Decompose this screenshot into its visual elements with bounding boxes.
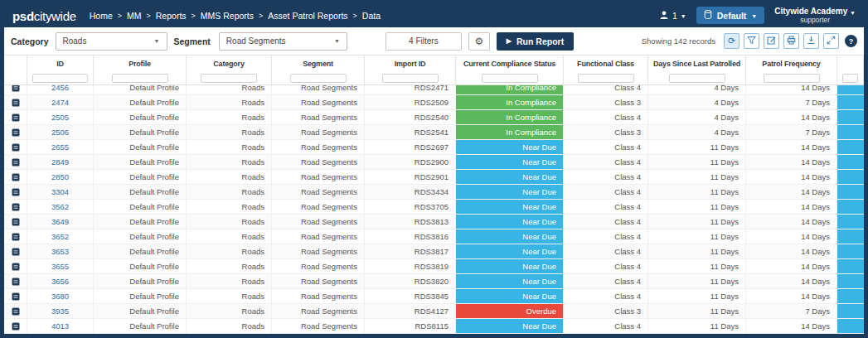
map-button[interactable] (837, 200, 864, 214)
run-report-button[interactable]: ▶ Run Report (497, 32, 574, 51)
breadcrumb-item[interactable]: MMS Reports (201, 11, 254, 21)
table-row[interactable]: 4013Default ProfileRoadsRoad SegmentsRDS… (4, 319, 864, 334)
map-button[interactable] (837, 95, 864, 109)
column-header-functional_class[interactable]: Functional Class (564, 56, 648, 72)
table-row[interactable]: 3304Default ProfileRoadsRoad SegmentsRDS… (4, 185, 864, 200)
column-header-segment[interactable]: Segment (272, 56, 365, 72)
category-select[interactable]: Roads ▼ (56, 32, 167, 51)
row-id-link[interactable]: 2850 (51, 172, 69, 181)
map-button[interactable] (837, 304, 864, 318)
table-row[interactable]: 2506Default ProfileRoadsRoad SegmentsRDS… (4, 125, 864, 140)
table-row[interactable]: 3649Default ProfileRoadsRoad SegmentsRDS… (4, 215, 864, 229)
table-row[interactable]: 3653Default ProfileRoadsRoad SegmentsRDS… (4, 244, 864, 259)
table-body[interactable]: 2456Default ProfileRoadsRoad SegmentsRDS… (4, 85, 864, 334)
breadcrumb-item[interactable]: Asset Patrol Reports (268, 11, 347, 21)
map-button[interactable] (837, 259, 864, 273)
cell-category: Roads (187, 155, 272, 169)
map-button[interactable] (837, 85, 864, 94)
column-header-import_id[interactable]: Import ID (365, 56, 456, 72)
table-row[interactable]: 2850Default ProfileRoadsRoad SegmentsRDS… (4, 170, 864, 185)
map-button[interactable] (837, 289, 864, 303)
row-id-link[interactable]: 2505 (51, 113, 69, 122)
table-row[interactable]: 3935Default ProfileRoadsRoad SegmentsRDS… (4, 304, 864, 319)
app-logo[interactable]: psdcitywide (12, 9, 76, 23)
cell-functional-class: Class 4 (564, 319, 648, 333)
table-row[interactable]: 2474Default ProfileRoadsRoad SegmentsRDS… (4, 95, 864, 110)
map-button[interactable] (837, 319, 864, 333)
account-menu[interactable]: Citywide Academy ▼ supporter (774, 7, 856, 24)
row-id-link[interactable]: 3562 (51, 202, 69, 211)
asset-icon (12, 173, 20, 181)
row-id-link[interactable]: 4013 (51, 321, 69, 331)
table-row[interactable]: 3562Default ProfileRoadsRoad SegmentsRDS… (4, 200, 864, 215)
edit-columns-button[interactable] (764, 33, 779, 49)
row-id-link[interactable]: 2655 (51, 142, 69, 152)
row-id-link[interactable]: 3649 (51, 217, 69, 226)
filter-input-functional_class[interactable] (578, 74, 634, 83)
table-row[interactable]: 2655Default ProfileRoadsRoad SegmentsRDS… (4, 140, 864, 155)
column-header-frequency[interactable]: Patrol Frequency (746, 56, 837, 72)
print-button[interactable] (783, 33, 799, 49)
map-button[interactable] (837, 125, 864, 139)
table-row[interactable]: 2505Default ProfileRoadsRoad SegmentsRDS… (4, 110, 864, 125)
row-id-link[interactable]: 2849 (51, 157, 69, 167)
filter-input-frequency[interactable] (764, 74, 820, 83)
map-button[interactable] (837, 244, 864, 258)
column-header-profile[interactable]: Profile (94, 56, 187, 72)
map-button[interactable] (837, 110, 864, 124)
row-id-link[interactable]: 2506 (51, 128, 69, 137)
breadcrumb-item[interactable]: Data (362, 11, 381, 21)
filter-input-category[interactable] (201, 74, 257, 83)
row-id-link[interactable]: 2456 (51, 85, 69, 92)
table-row[interactable]: 2456Default ProfileRoadsRoad SegmentsRDS… (4, 85, 864, 95)
column-header-status[interactable]: Current Compliance Status (456, 56, 564, 72)
column-header-id[interactable]: ID (27, 56, 94, 72)
breadcrumb-item[interactable]: Reports (156, 11, 187, 21)
filters-button[interactable]: 4 Filters (386, 32, 462, 51)
cell-frequency: 14 Days (746, 170, 837, 184)
map-button[interactable] (837, 229, 864, 244)
filter-input-import_id[interactable] (382, 74, 439, 83)
default-dataset-button[interactable]: Default ▼ (696, 7, 765, 24)
row-id-cell: 2456 (27, 85, 94, 94)
row-id-link[interactable]: 2474 (51, 98, 69, 107)
user-icon (659, 10, 669, 22)
row-id-link[interactable]: 3935 (51, 307, 69, 316)
filter-input-map[interactable] (842, 74, 858, 83)
table-row[interactable]: 3652Default ProfileRoadsRoad SegmentsRDS… (4, 229, 864, 244)
map-button[interactable] (837, 215, 864, 229)
map-button[interactable] (837, 170, 864, 184)
row-id-link[interactable]: 3656 (51, 277, 69, 286)
filter-input-status[interactable] (482, 74, 538, 83)
settings-button[interactable]: ⚙ (468, 32, 490, 51)
row-id-link[interactable]: 3653 (51, 247, 69, 256)
refresh-button[interactable]: ⟳ (724, 33, 739, 49)
help-button[interactable]: ? (845, 35, 857, 47)
map-button[interactable] (837, 185, 864, 199)
filter-input-segment[interactable] (290, 74, 347, 83)
filter-button[interactable] (744, 33, 759, 49)
column-header-days_since[interactable]: Days Since Last Patrolled (648, 56, 746, 72)
column-header-category[interactable]: Category (187, 56, 272, 72)
filter-input-days_since[interactable] (669, 74, 725, 83)
table-row[interactable]: 3655Default ProfileRoadsRoad SegmentsRDS… (4, 259, 864, 274)
filter-input-profile[interactable] (112, 74, 168, 83)
filter-input-id[interactable] (32, 74, 88, 83)
breadcrumb-item[interactable]: MM (127, 11, 142, 21)
fullscreen-button[interactable] (823, 33, 839, 49)
table-row[interactable]: 3656Default ProfileRoadsRoad SegmentsRDS… (4, 274, 864, 289)
map-button[interactable] (837, 274, 864, 288)
row-id-link[interactable]: 3304 (51, 187, 69, 196)
user-menu[interactable]: 1 ▼ (659, 10, 686, 22)
table-row[interactable]: 2849Default ProfileRoadsRoad SegmentsRDS… (4, 155, 864, 170)
row-id-link[interactable]: 3655 (51, 262, 69, 271)
breadcrumb-item[interactable]: Home (90, 11, 113, 21)
map-button[interactable] (837, 155, 864, 169)
filter-cell-status (456, 72, 564, 84)
map-button[interactable] (837, 140, 864, 154)
row-id-link[interactable]: 3652 (51, 232, 69, 241)
segment-select[interactable]: Road Segments ▼ (219, 32, 347, 51)
download-button[interactable] (803, 33, 819, 49)
table-row[interactable]: 3680Default ProfileRoadsRoad SegmentsRDS… (4, 289, 864, 304)
row-id-link[interactable]: 3680 (51, 292, 69, 301)
